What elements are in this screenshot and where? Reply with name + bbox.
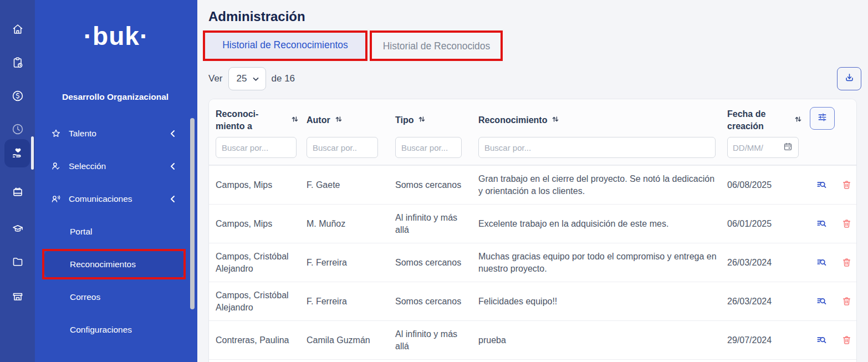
download-button[interactable] (837, 67, 861, 90)
filter-input-tipo[interactable] (395, 137, 462, 158)
view-detail-search-icon[interactable] (815, 295, 828, 308)
cell-reconocimiento-a: Campos, Mips (216, 179, 307, 191)
cell-reconocimiento: Felicidades equipo!! (478, 295, 727, 308)
filter-input-reconocimiento[interactable] (478, 137, 716, 158)
sidebar-section-title: Desarrollo Organizacional (62, 92, 169, 102)
cell-fecha: 06/01/2025 (727, 218, 810, 230)
total-count-label: de 16 (272, 73, 295, 84)
cell-fecha: 26/03/2024 (727, 295, 810, 308)
chevron-left-icon (170, 130, 175, 140)
column-header-autor[interactable]: Autor (307, 107, 395, 134)
sort-icon[interactable] (552, 115, 559, 125)
cell-autor: F. Gaete (307, 179, 395, 191)
table-row (209, 359, 856, 362)
sidebar-item-talento[interactable]: Talento (35, 123, 197, 144)
benefits-gift-icon[interactable] (0, 179, 35, 203)
cell-tipo: Al infinito y más allá (395, 212, 478, 236)
cell-reconocimiento-a: Campos, Cristóbal Alejandro (216, 289, 307, 313)
table-row[interactable]: Campos, Mips M. Muñoz Al infinito y más … (209, 204, 856, 243)
sort-icon[interactable] (335, 115, 343, 125)
sort-icon[interactable] (291, 115, 299, 125)
download-icon (844, 72, 855, 86)
cell-autor: M. Muñoz (307, 218, 395, 230)
table-header: Reconoci- miento a Autor Tipo Reconocimi… (209, 99, 856, 165)
table-toolbar: Ver 25 de 16 (208, 67, 295, 91)
cell-tipo: Somos cercanos (395, 295, 478, 308)
view-detail-search-icon[interactable] (815, 334, 828, 346)
column-header-reconocimiento[interactable]: Reconocimiento (478, 107, 727, 134)
money-icon[interactable]: S (0, 84, 35, 108)
view-detail-search-icon[interactable] (815, 217, 828, 230)
main-content: Administración Historial de Reconocimien… (197, 0, 868, 362)
tab-historial-reconocidos[interactable]: Historial de Reconocidos (372, 31, 501, 61)
trash-icon[interactable] (841, 295, 852, 307)
trash-icon[interactable] (841, 179, 852, 191)
table-row[interactable]: Campos, Cristóbal Alejandro F. Ferreira … (209, 282, 856, 320)
sidebar-item-configuraciones[interactable]: Configuraciones (35, 319, 197, 340)
chevron-left-icon (170, 162, 175, 172)
chevron-left-icon (170, 195, 175, 205)
training-cap-icon[interactable] (0, 217, 35, 241)
cell-reconocimiento: Muchas gracias equipo por todo el compro… (478, 251, 727, 274)
column-settings-button[interactable] (810, 107, 835, 130)
sort-icon[interactable] (794, 115, 802, 125)
column-header-fecha-creacion[interactable]: Fecha de creación (727, 107, 810, 134)
chevron-down-icon (253, 73, 259, 84)
sidebar-item-seleccion[interactable]: Selección (35, 156, 197, 177)
sidebar-scrollbar[interactable] (190, 118, 195, 309)
buk-logo: ·buk· (35, 21, 197, 51)
view-detail-search-icon[interactable] (815, 179, 828, 191)
trash-icon[interactable] (841, 257, 852, 268)
sidebar-item-label: Selección (69, 161, 106, 171)
sidebar-item-correos[interactable]: Correos (35, 287, 197, 308)
column-header-tipo[interactable]: Tipo (395, 107, 478, 134)
history-clock-icon[interactable] (0, 117, 35, 141)
table-row[interactable]: Campos, Mips F. Gaete Somos cercanos Gra… (209, 165, 856, 204)
icon-rail: S (0, 0, 35, 362)
column-header-reconocimiento-a[interactable]: Reconoci- miento a (216, 107, 307, 134)
tab-bar: Historial de Reconocimientos Historial d… (205, 31, 501, 61)
person-check-icon (50, 160, 62, 172)
sidebar-item-portal[interactable]: Portal (35, 221, 197, 242)
trash-icon[interactable] (841, 218, 852, 230)
filter-input-reconocimiento-a[interactable] (216, 137, 297, 158)
cell-tipo: Somos cercanos (395, 257, 478, 269)
sidebar-item-comunicaciones[interactable]: Comunicaciones (35, 188, 197, 210)
cell-tipo: Al infinito y más allá (395, 328, 478, 352)
cell-fecha: 06/08/2025 (727, 179, 810, 191)
cell-autor: Camila Guzmán (307, 334, 395, 346)
announcement-person-icon (50, 193, 62, 205)
tab-historial-reconocimientos[interactable]: Historial de Reconocimientos (205, 31, 365, 61)
cell-reconocimiento: prueba (478, 334, 727, 346)
star-icon (50, 128, 62, 140)
cell-autor: F. Ferreira (307, 295, 395, 308)
home-icon[interactable] (0, 17, 35, 42)
documents-folder-icon[interactable] (0, 249, 35, 274)
page-size-select[interactable]: 25 (228, 67, 266, 90)
cell-fecha: 29/07/2024 (727, 334, 810, 346)
cell-reconocimiento: Excelente trabajo en la adquisición de e… (478, 218, 727, 230)
filter-sliders-icon (816, 111, 828, 125)
view-detail-search-icon[interactable] (815, 256, 828, 269)
page-size-label: Ver (208, 73, 223, 84)
calendar-icon (783, 141, 793, 154)
filter-input-autor[interactable] (307, 137, 378, 158)
table-row[interactable]: Campos, Cristóbal Alejandro F. Ferreira … (209, 243, 856, 282)
sidebar-item-label: Talento (69, 129, 96, 139)
marketplace-icon[interactable] (0, 284, 35, 309)
cell-reconocimiento-a: Campos, Cristóbal Alejandro (216, 251, 307, 274)
recognitions-table: Reconoci- miento a Autor Tipo Reconocimi… (208, 99, 857, 362)
cell-reconocimiento: Gran trabajo en el cierre del proyecto. … (478, 173, 727, 197)
clipboard-schedule-icon[interactable] (0, 50, 35, 75)
cell-reconocimiento-a: Contreras, Paulina (216, 334, 307, 346)
trash-icon[interactable] (841, 334, 852, 346)
cell-fecha: 26/03/2024 (727, 257, 810, 269)
sidebar-item-label: Comunicaciones (69, 194, 132, 204)
table-row[interactable]: Contreras, Paulina Camila Guzmán Al infi… (209, 320, 856, 359)
page-title: Administración (208, 9, 305, 24)
recognition-hand-heart-icon[interactable] (0, 141, 35, 165)
sort-icon[interactable] (418, 115, 426, 125)
cell-autor: F. Ferreira (307, 257, 395, 269)
sidebar-item-reconocimientos[interactable]: Reconocimientos (35, 254, 197, 275)
filter-date-input[interactable]: DD/MM/ (727, 137, 799, 158)
